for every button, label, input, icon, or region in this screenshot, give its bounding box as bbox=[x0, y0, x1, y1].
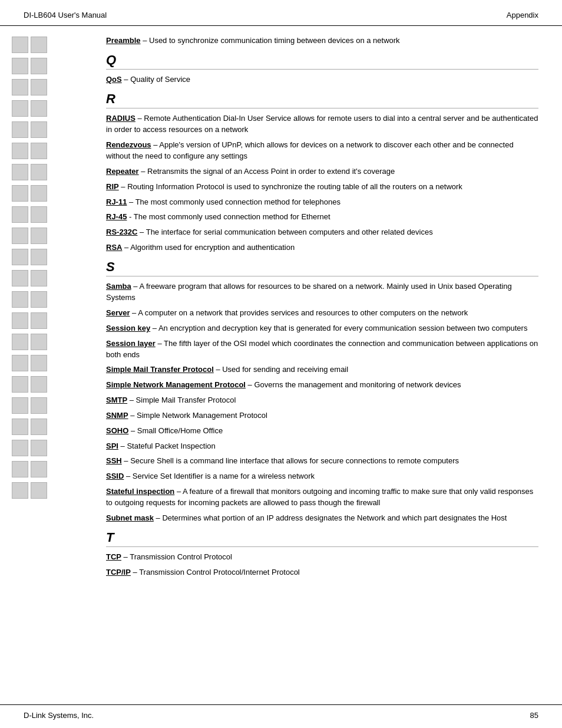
entry-term: RJ-45 bbox=[106, 212, 127, 221]
glossary-entry: Server – A computer on a network that pr… bbox=[106, 308, 538, 319]
entry-definition: – Governs the management and monitoring … bbox=[246, 380, 461, 389]
page-header: DI-LB604 User's Manual Appendix bbox=[0, 0, 562, 26]
sidebar-square bbox=[12, 355, 28, 371]
entry-term: RSA bbox=[106, 243, 122, 252]
sidebar-square bbox=[12, 440, 28, 456]
sidebar-square bbox=[31, 164, 47, 180]
glossary-entry: RJ-11 – The most commonly used connectio… bbox=[106, 197, 538, 208]
entry-term: RJ-11 bbox=[106, 197, 127, 206]
sidebar-block bbox=[12, 440, 100, 456]
glossary-entry: SOHO – Small Office/Home Office bbox=[106, 426, 538, 437]
glossary-entry: Repeater – Retransmits the signal of an … bbox=[106, 166, 538, 177]
entry-definition: – Used for sending and receiving email bbox=[214, 365, 348, 374]
entry-definition: - The most commonly used connection meth… bbox=[127, 212, 330, 221]
sidebar-square bbox=[12, 206, 28, 223]
glossary-entry: TCP/IP – Transmission Control Protocol/I… bbox=[106, 567, 538, 578]
sidebar-block bbox=[12, 376, 100, 393]
sidebar-square bbox=[12, 334, 28, 350]
sidebar-block bbox=[12, 270, 100, 286]
sidebar bbox=[0, 32, 100, 582]
glossary-entry: SSID – Service Set Identifier is a name … bbox=[106, 471, 538, 482]
glossary-entry: SMTP – Simple Mail Transfer Protocol bbox=[106, 395, 538, 406]
sidebar-square bbox=[31, 79, 47, 95]
entry-term: Session key bbox=[106, 324, 150, 332]
sidebar-square bbox=[31, 355, 47, 371]
sidebar-square bbox=[31, 419, 47, 435]
sidebar-square bbox=[31, 482, 47, 499]
sidebar-square bbox=[31, 228, 47, 244]
sidebar-block bbox=[12, 355, 100, 371]
sidebar-square bbox=[12, 482, 28, 499]
sidebar-block bbox=[12, 482, 100, 499]
glossary-entry: Simple Network Management Protocol – Gov… bbox=[106, 380, 538, 391]
sidebar-square bbox=[12, 121, 28, 138]
sidebar-square bbox=[31, 121, 47, 138]
sidebar-block bbox=[12, 121, 100, 138]
section-letter: Q bbox=[106, 52, 116, 67]
glossary-entry: RJ-45 - The most commonly used connectio… bbox=[106, 212, 538, 223]
entry-term: SMTP bbox=[106, 396, 127, 404]
entry-definition: – Small Office/Home Office bbox=[128, 426, 223, 435]
section-header-q: Q bbox=[106, 52, 538, 70]
sidebar-square bbox=[12, 461, 28, 477]
sidebar-square bbox=[31, 334, 47, 350]
sidebar-block bbox=[12, 291, 100, 308]
sidebar-block bbox=[12, 461, 100, 477]
section-letter: S bbox=[106, 259, 115, 274]
entry-term: SPI bbox=[106, 442, 118, 450]
sidebar-block bbox=[12, 37, 100, 53]
sidebar-square bbox=[12, 185, 28, 202]
entry-definition: – An encryption and decryption key that … bbox=[150, 324, 527, 332]
entry-term: SOHO bbox=[106, 426, 128, 435]
section-letter: T bbox=[106, 530, 114, 545]
sidebar-block bbox=[12, 79, 100, 95]
glossary-entry: RADIUS – Remote Authentication Dial-In U… bbox=[106, 113, 538, 136]
glossary-entry: SNMP – Simple Network Management Protoco… bbox=[106, 410, 538, 421]
entry-term: Simple Mail Transfer Protocol bbox=[106, 365, 214, 374]
entry-definition: – The interface for serial communication… bbox=[137, 228, 432, 236]
sidebar-square bbox=[12, 79, 28, 95]
entry-definition: – Stateful Packet Inspection bbox=[118, 442, 216, 450]
entry-definition: – Routing Information Protocol is used t… bbox=[119, 182, 462, 191]
sidebar-square bbox=[12, 312, 28, 329]
sidebar-block bbox=[12, 143, 100, 159]
entry-term: RIP bbox=[106, 182, 119, 191]
sidebar-square bbox=[31, 206, 47, 223]
main-content: Preamble – Used to synchronize communica… bbox=[100, 32, 562, 582]
sidebar-square bbox=[31, 37, 47, 53]
sidebar-square bbox=[31, 58, 47, 74]
sidebar-square bbox=[31, 376, 47, 393]
glossary-entry: Rendezvous – Apple's version of UPnP, wh… bbox=[106, 140, 538, 162]
sidebar-square bbox=[31, 185, 47, 202]
entry-term: Session layer bbox=[106, 339, 156, 348]
sidebar-square bbox=[31, 461, 47, 477]
glossary-entry: Session layer – The fifth layer of the O… bbox=[106, 338, 538, 361]
page-footer: D-Link Systems, Inc. 85 bbox=[0, 704, 562, 728]
sidebar-block bbox=[12, 334, 100, 350]
entry-term: Rendezvous bbox=[106, 140, 151, 149]
entry-term: RS-232C bbox=[106, 228, 137, 236]
sidebar-square bbox=[12, 291, 28, 308]
entry-definition: – A computer on a network that provides … bbox=[130, 308, 468, 317]
sidebar-square bbox=[12, 249, 28, 265]
sidebar-square bbox=[12, 164, 28, 180]
glossary-entry: QoS – Quality of Service bbox=[106, 74, 538, 85]
sidebar-square bbox=[12, 270, 28, 286]
glossary-entry: RS-232C – The interface for serial commu… bbox=[106, 227, 538, 238]
entry-term: Simple Network Management Protocol bbox=[106, 380, 246, 389]
sidebar-square bbox=[12, 143, 28, 159]
entry-term: Stateful inspection bbox=[106, 487, 174, 496]
entry-definition: – Simple Mail Transfer Protocol bbox=[127, 396, 236, 404]
sidebar-block bbox=[12, 164, 100, 180]
sidebar-block bbox=[12, 419, 100, 435]
glossary-entry: Samba – A freeware program that allows f… bbox=[106, 281, 538, 304]
content-area: Preamble – Used to synchronize communica… bbox=[0, 26, 562, 618]
entry-definition: – Secure Shell is a command line interfa… bbox=[122, 456, 459, 465]
entry-term: QoS bbox=[106, 75, 122, 84]
glossary-entry: SPI – Stateful Packet Inspection bbox=[106, 441, 538, 452]
entry-term: SSH bbox=[106, 456, 122, 465]
entry-definition: – Apple's version of UPnP, which allows … bbox=[106, 140, 514, 160]
entry-term: TCP/IP bbox=[106, 568, 131, 577]
section-header-s: S bbox=[106, 259, 538, 276]
footer-page-number: 85 bbox=[530, 711, 538, 720]
